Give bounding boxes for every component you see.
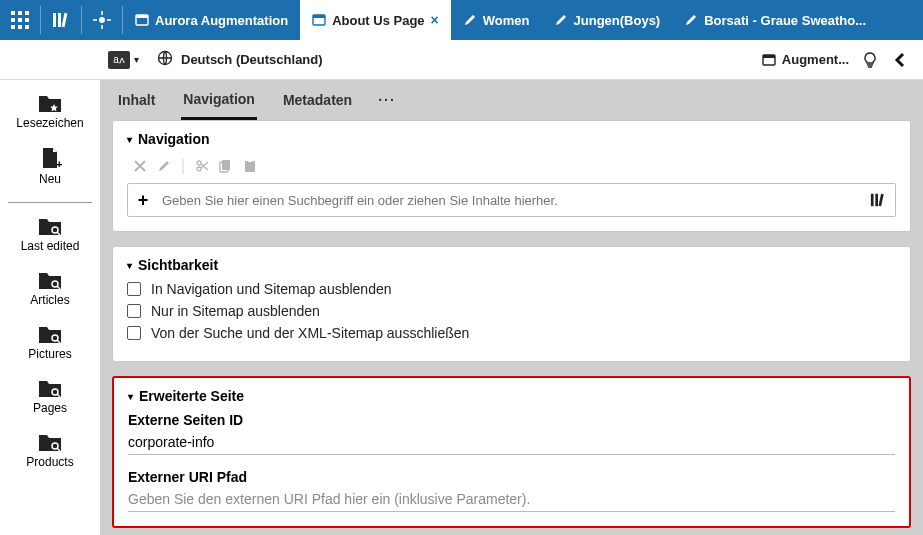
folder-star-icon <box>37 92 63 114</box>
bulb-icon[interactable] <box>855 51 885 69</box>
folder-search-icon <box>37 431 63 453</box>
tab-borsati[interactable]: Borsati - Graue Sweatho... <box>672 0 878 40</box>
svg-rect-19 <box>763 55 775 58</box>
chevron-down-icon: ▾ <box>127 260 132 271</box>
panel-extended-page: ▾ Erweiterte Seite Externe Seiten ID Ext… <box>112 376 911 528</box>
sidebar-item-articles[interactable]: Articles <box>0 269 100 307</box>
svg-point-25 <box>197 161 201 165</box>
folder-search-icon <box>37 215 63 237</box>
folder-search-icon <box>37 377 63 399</box>
locale-label: Deutsch (Deutschland) <box>181 52 323 67</box>
sidebar-item-label: Lesezeichen <box>16 116 83 130</box>
panel-visibility: ▾ Sichtbarkeit In Navigation und Sitemap… <box>112 246 911 362</box>
svg-rect-33 <box>879 194 884 207</box>
svg-rect-4 <box>18 18 22 22</box>
sidebar-item-products[interactable]: Products <box>0 431 100 469</box>
svg-rect-3 <box>11 18 15 22</box>
panel-title[interactable]: ▾ Erweiterte Seite <box>128 388 895 404</box>
copy-icon[interactable] <box>219 159 233 173</box>
svg-rect-10 <box>58 13 61 27</box>
plus-icon[interactable]: + <box>128 190 158 211</box>
svg-rect-1 <box>18 11 22 15</box>
checkbox[interactable] <box>127 282 141 296</box>
chevron-down-icon: ▾ <box>128 391 133 402</box>
svg-point-12 <box>100 18 104 22</box>
svg-rect-0 <box>11 11 15 15</box>
library-icon[interactable] <box>41 0 81 40</box>
tab-inhalt[interactable]: Inhalt <box>116 82 157 118</box>
tab-aurora-augmentation[interactable]: Aurora Augmentation <box>123 0 300 40</box>
checkbox-label: In Navigation und Sitemap ausblenden <box>151 281 392 297</box>
svg-rect-30 <box>248 159 252 162</box>
locale-bar: aʌ ▾ Deutsch (Deutschland) Augment... <box>0 40 923 80</box>
checkbox-label: Nur in Sitemap ausblenden <box>151 303 320 319</box>
close-icon[interactable] <box>133 159 147 173</box>
svg-rect-9 <box>53 13 56 27</box>
checkbox[interactable] <box>127 326 141 340</box>
sidebar-item-pictures[interactable]: Pictures <box>0 323 100 361</box>
svg-rect-11 <box>62 13 68 27</box>
tab-label: About Us Page <box>332 13 424 28</box>
sidebar-divider <box>8 202 92 203</box>
library-icon[interactable] <box>861 192 895 208</box>
field-label-external-id: Externe Seiten ID <box>128 412 895 428</box>
tab-women[interactable]: Women <box>451 0 542 40</box>
pencil-icon[interactable] <box>157 159 171 173</box>
sidebar-item-label: Neu <box>39 172 61 186</box>
panel-title[interactable]: ▾ Navigation <box>127 131 896 147</box>
tab-label: Women <box>483 13 530 28</box>
nav-search-input[interactable] <box>158 184 861 216</box>
panel-title-label: Navigation <box>138 131 210 147</box>
svg-rect-29 <box>245 161 255 172</box>
svg-point-26 <box>197 167 201 171</box>
svg-rect-7 <box>18 25 22 29</box>
sidebar-item-neu[interactable]: + Neu <box>0 146 100 186</box>
field-label-external-uri: Externer URI Pfad <box>128 469 895 485</box>
panel-title-label: Sichtbarkeit <box>138 257 218 273</box>
sidebar-item-label: Pages <box>33 401 67 415</box>
folder-search-icon <box>37 269 63 291</box>
sidebar-item-label: Pictures <box>28 347 71 361</box>
sidebar-item-label: Products <box>26 455 73 469</box>
close-icon[interactable]: × <box>431 13 439 27</box>
panel-title[interactable]: ▾ Sichtbarkeit <box>127 257 896 273</box>
checkbox[interactable] <box>127 304 141 318</box>
chevron-down-icon[interactable]: ▾ <box>134 54 139 65</box>
sidebar: Lesezeichen + Neu Last edited Articles P… <box>0 80 100 535</box>
tab-label: Aurora Augmentation <box>155 13 288 28</box>
pencil-icon <box>684 13 698 27</box>
svg-rect-2 <box>25 11 29 15</box>
external-page-id-input[interactable] <box>128 430 895 455</box>
scissors-icon[interactable] <box>195 159 209 173</box>
external-uri-path-input[interactable] <box>128 487 895 512</box>
svg-rect-31 <box>871 194 874 206</box>
augment-button[interactable]: Augment... <box>756 52 855 67</box>
site-icon <box>135 13 149 27</box>
paste-icon[interactable] <box>243 159 257 173</box>
more-icon[interactable]: ··· <box>378 92 396 108</box>
nav-search-row: + <box>127 183 896 217</box>
svg-rect-6 <box>11 25 15 29</box>
translate-icon[interactable]: aʌ <box>108 51 130 69</box>
checkbox-label: Von der Suche und der XML-Sitemap aussch… <box>151 325 469 341</box>
folder-search-icon <box>37 323 63 345</box>
tab-navigation[interactable]: Navigation <box>181 81 257 120</box>
nav-toolbar: | <box>127 155 896 183</box>
sidebar-item-last-edited[interactable]: Last edited <box>0 215 100 253</box>
svg-rect-8 <box>25 25 29 29</box>
globe-icon <box>157 50 173 69</box>
chevron-left-icon[interactable] <box>885 51 915 69</box>
tab-jungen-boys[interactable]: Jungen(Boys) <box>542 0 673 40</box>
panel-navigation: ▾ Navigation | + <box>112 120 911 232</box>
sidebar-item-lesezeichen[interactable]: Lesezeichen <box>0 92 100 130</box>
sidebar-item-pages[interactable]: Pages <box>0 377 100 415</box>
tab-about-us-page[interactable]: About Us Page × <box>300 0 451 40</box>
sidebar-item-label: Articles <box>30 293 69 307</box>
top-app-bar: Aurora Augmentation About Us Page × Wome… <box>0 0 923 40</box>
tab-metadaten[interactable]: Metadaten <box>281 82 354 118</box>
svg-rect-5 <box>25 18 29 22</box>
apps-grid-icon[interactable] <box>0 0 40 40</box>
tab-label: Jungen(Boys) <box>574 13 661 28</box>
target-icon[interactable] <box>82 0 122 40</box>
tab-label: Borsati - Graue Sweatho... <box>704 13 866 28</box>
